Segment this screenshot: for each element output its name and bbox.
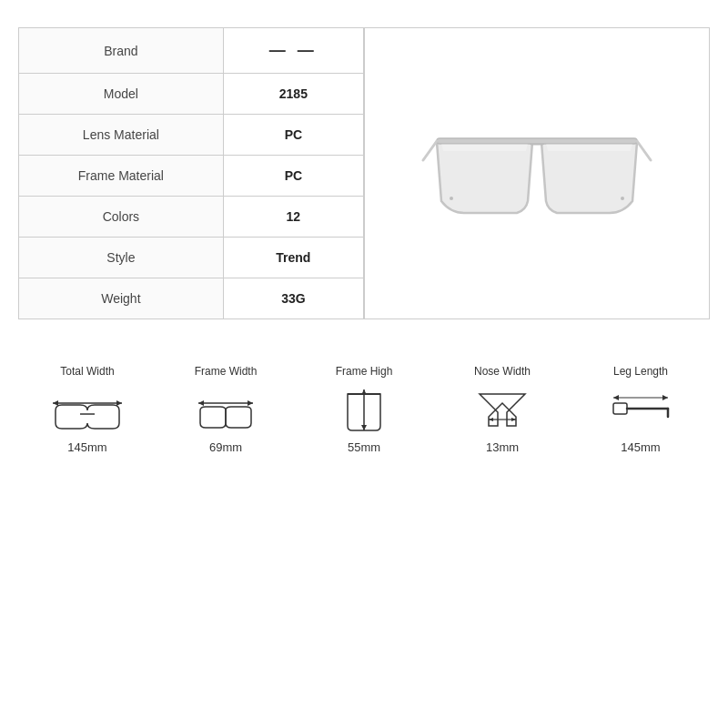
spec-label: Lens Material — [19, 115, 224, 156]
spec-label: Model — [19, 74, 224, 115]
spec-value: — — — [223, 28, 363, 74]
spec-label: Style — [19, 238, 224, 278]
measure-leg-length: Leg Length 145mm — [571, 365, 710, 454]
svg-marker-12 — [248, 400, 253, 406]
spec-value: 33G — [223, 278, 363, 319]
svg-point-4 — [450, 197, 453, 200]
measure-frame-high: Frame High 55mm — [295, 365, 433, 454]
svg-marker-24 — [613, 395, 619, 400]
specs-table: Brand— —Model2185Lens MaterialPCFrame Ma… — [18, 27, 364, 319]
nose-width-label: Nose Width — [474, 365, 531, 379]
svg-point-5 — [621, 197, 624, 200]
frame-width-value: 69mm — [209, 440, 242, 454]
svg-marker-15 — [361, 425, 367, 430]
spec-value: PC — [223, 156, 363, 197]
svg-rect-20 — [613, 403, 627, 414]
frame-high-value: 55mm — [348, 440, 380, 454]
svg-marker-8 — [116, 400, 122, 406]
svg-line-2 — [423, 141, 437, 160]
spec-label: Weight — [19, 278, 224, 319]
leg-length-icon — [604, 385, 677, 435]
total-width-icon — [51, 385, 124, 435]
measurements-section: Total Width 145mm Frame Width — [18, 356, 710, 454]
spec-value: 2185 — [223, 74, 363, 115]
spec-value: PC — [223, 115, 363, 156]
svg-marker-25 — [662, 395, 668, 400]
measure-total-width: Total Width 145mm — [18, 365, 157, 454]
product-image-box — [364, 27, 710, 319]
svg-line-3 — [637, 141, 651, 160]
spec-label: Brand — [19, 28, 224, 74]
svg-marker-7 — [53, 400, 58, 406]
frame-high-icon — [328, 385, 400, 435]
frame-width-label: Frame Width — [195, 365, 258, 379]
leg-length-label: Leg Length — [613, 365, 668, 379]
spec-value: 12 — [223, 197, 363, 238]
spec-label: Frame Material — [19, 156, 224, 197]
frame-high-label: Frame High — [336, 365, 393, 379]
svg-marker-11 — [198, 400, 204, 406]
spec-value: Trend — [223, 238, 363, 278]
measure-frame-width: Frame Width 69mm — [157, 365, 295, 454]
sunglasses-image — [419, 110, 655, 238]
nose-width-icon — [466, 385, 539, 435]
spec-label: Colors — [19, 197, 224, 238]
measure-nose-width: Nose Width 13mm — [433, 365, 571, 454]
leg-length-value: 145mm — [621, 440, 660, 454]
frame-width-icon — [189, 385, 262, 435]
total-width-label: Total Width — [60, 365, 114, 379]
total-width-value: 145mm — [67, 440, 106, 454]
svg-rect-1 — [437, 138, 637, 144]
top-section: Brand— —Model2185Lens MaterialPCFrame Ma… — [18, 27, 710, 319]
nose-width-value: 13mm — [486, 440, 519, 454]
